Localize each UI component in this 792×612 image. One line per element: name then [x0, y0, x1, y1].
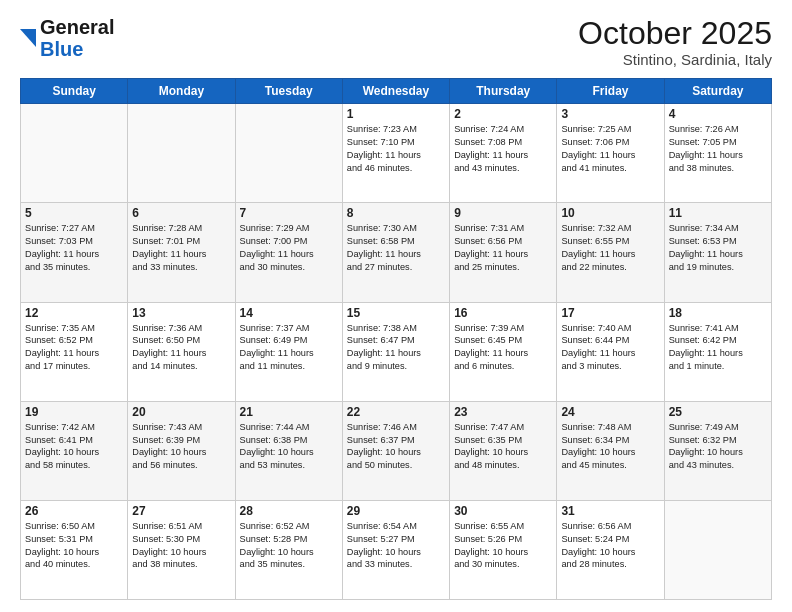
day-number: 7	[240, 206, 338, 220]
calendar-week-3: 12Sunrise: 7:35 AM Sunset: 6:52 PM Dayli…	[21, 302, 772, 401]
day-number: 27	[132, 504, 230, 518]
cell-info: Sunrise: 6:54 AM Sunset: 5:27 PM Dayligh…	[347, 520, 445, 572]
cell-info: Sunrise: 7:43 AM Sunset: 6:39 PM Dayligh…	[132, 421, 230, 473]
calendar-header-row: SundayMondayTuesdayWednesdayThursdayFrid…	[21, 79, 772, 104]
day-number: 18	[669, 306, 767, 320]
cell-info: Sunrise: 7:24 AM Sunset: 7:08 PM Dayligh…	[454, 123, 552, 175]
day-number: 6	[132, 206, 230, 220]
logo-blue-text: Blue	[40, 38, 114, 60]
month-title: October 2025	[578, 16, 772, 51]
cell-info: Sunrise: 7:49 AM Sunset: 6:32 PM Dayligh…	[669, 421, 767, 473]
calendar-header-friday: Friday	[557, 79, 664, 104]
calendar-cell: 9Sunrise: 7:31 AM Sunset: 6:56 PM Daylig…	[450, 203, 557, 302]
cell-info: Sunrise: 7:29 AM Sunset: 7:00 PM Dayligh…	[240, 222, 338, 274]
logo-triangle-icon	[20, 29, 36, 47]
calendar-cell: 25Sunrise: 7:49 AM Sunset: 6:32 PM Dayli…	[664, 401, 771, 500]
calendar-cell: 21Sunrise: 7:44 AM Sunset: 6:38 PM Dayli…	[235, 401, 342, 500]
cell-info: Sunrise: 7:42 AM Sunset: 6:41 PM Dayligh…	[25, 421, 123, 473]
day-number: 2	[454, 107, 552, 121]
calendar-cell: 12Sunrise: 7:35 AM Sunset: 6:52 PM Dayli…	[21, 302, 128, 401]
calendar-cell: 10Sunrise: 7:32 AM Sunset: 6:55 PM Dayli…	[557, 203, 664, 302]
cell-info: Sunrise: 7:38 AM Sunset: 6:47 PM Dayligh…	[347, 322, 445, 374]
calendar-cell	[664, 500, 771, 599]
calendar-cell	[128, 104, 235, 203]
day-number: 24	[561, 405, 659, 419]
day-number: 1	[347, 107, 445, 121]
day-number: 30	[454, 504, 552, 518]
calendar-cell: 28Sunrise: 6:52 AM Sunset: 5:28 PM Dayli…	[235, 500, 342, 599]
day-number: 21	[240, 405, 338, 419]
header: General Blue October 2025 Stintino, Sard…	[20, 16, 772, 68]
day-number: 19	[25, 405, 123, 419]
calendar-cell: 18Sunrise: 7:41 AM Sunset: 6:42 PM Dayli…	[664, 302, 771, 401]
calendar-cell: 7Sunrise: 7:29 AM Sunset: 7:00 PM Daylig…	[235, 203, 342, 302]
calendar-cell: 22Sunrise: 7:46 AM Sunset: 6:37 PM Dayli…	[342, 401, 449, 500]
calendar-cell: 8Sunrise: 7:30 AM Sunset: 6:58 PM Daylig…	[342, 203, 449, 302]
calendar-week-5: 26Sunrise: 6:50 AM Sunset: 5:31 PM Dayli…	[21, 500, 772, 599]
cell-info: Sunrise: 6:52 AM Sunset: 5:28 PM Dayligh…	[240, 520, 338, 572]
location: Stintino, Sardinia, Italy	[578, 51, 772, 68]
cell-info: Sunrise: 7:44 AM Sunset: 6:38 PM Dayligh…	[240, 421, 338, 473]
calendar-cell: 14Sunrise: 7:37 AM Sunset: 6:49 PM Dayli…	[235, 302, 342, 401]
day-number: 11	[669, 206, 767, 220]
calendar-cell: 26Sunrise: 6:50 AM Sunset: 5:31 PM Dayli…	[21, 500, 128, 599]
cell-info: Sunrise: 7:40 AM Sunset: 6:44 PM Dayligh…	[561, 322, 659, 374]
calendar-cell: 13Sunrise: 7:36 AM Sunset: 6:50 PM Dayli…	[128, 302, 235, 401]
calendar-header-tuesday: Tuesday	[235, 79, 342, 104]
logo-general-text: General	[40, 16, 114, 38]
calendar-cell	[21, 104, 128, 203]
cell-info: Sunrise: 7:37 AM Sunset: 6:49 PM Dayligh…	[240, 322, 338, 374]
calendar-cell: 17Sunrise: 7:40 AM Sunset: 6:44 PM Dayli…	[557, 302, 664, 401]
calendar-cell: 5Sunrise: 7:27 AM Sunset: 7:03 PM Daylig…	[21, 203, 128, 302]
calendar-cell: 2Sunrise: 7:24 AM Sunset: 7:08 PM Daylig…	[450, 104, 557, 203]
calendar: SundayMondayTuesdayWednesdayThursdayFrid…	[20, 78, 772, 600]
calendar-cell: 20Sunrise: 7:43 AM Sunset: 6:39 PM Dayli…	[128, 401, 235, 500]
calendar-week-4: 19Sunrise: 7:42 AM Sunset: 6:41 PM Dayli…	[21, 401, 772, 500]
calendar-header-sunday: Sunday	[21, 79, 128, 104]
day-number: 29	[347, 504, 445, 518]
cell-info: Sunrise: 7:28 AM Sunset: 7:01 PM Dayligh…	[132, 222, 230, 274]
calendar-cell: 6Sunrise: 7:28 AM Sunset: 7:01 PM Daylig…	[128, 203, 235, 302]
day-number: 9	[454, 206, 552, 220]
calendar-cell: 11Sunrise: 7:34 AM Sunset: 6:53 PM Dayli…	[664, 203, 771, 302]
day-number: 16	[454, 306, 552, 320]
calendar-cell: 29Sunrise: 6:54 AM Sunset: 5:27 PM Dayli…	[342, 500, 449, 599]
cell-info: Sunrise: 7:48 AM Sunset: 6:34 PM Dayligh…	[561, 421, 659, 473]
calendar-cell: 27Sunrise: 6:51 AM Sunset: 5:30 PM Dayli…	[128, 500, 235, 599]
cell-info: Sunrise: 7:31 AM Sunset: 6:56 PM Dayligh…	[454, 222, 552, 274]
calendar-cell: 16Sunrise: 7:39 AM Sunset: 6:45 PM Dayli…	[450, 302, 557, 401]
calendar-cell: 23Sunrise: 7:47 AM Sunset: 6:35 PM Dayli…	[450, 401, 557, 500]
cell-info: Sunrise: 7:39 AM Sunset: 6:45 PM Dayligh…	[454, 322, 552, 374]
cell-info: Sunrise: 7:30 AM Sunset: 6:58 PM Dayligh…	[347, 222, 445, 274]
day-number: 3	[561, 107, 659, 121]
svg-marker-0	[20, 29, 36, 47]
day-number: 28	[240, 504, 338, 518]
day-number: 31	[561, 504, 659, 518]
calendar-cell: 31Sunrise: 6:56 AM Sunset: 5:24 PM Dayli…	[557, 500, 664, 599]
cell-info: Sunrise: 7:23 AM Sunset: 7:10 PM Dayligh…	[347, 123, 445, 175]
calendar-header-saturday: Saturday	[664, 79, 771, 104]
day-number: 20	[132, 405, 230, 419]
cell-info: Sunrise: 7:36 AM Sunset: 6:50 PM Dayligh…	[132, 322, 230, 374]
day-number: 15	[347, 306, 445, 320]
calendar-body: 1Sunrise: 7:23 AM Sunset: 7:10 PM Daylig…	[21, 104, 772, 600]
day-number: 8	[347, 206, 445, 220]
cell-info: Sunrise: 6:51 AM Sunset: 5:30 PM Dayligh…	[132, 520, 230, 572]
page: General Blue October 2025 Stintino, Sard…	[0, 0, 792, 612]
calendar-cell: 30Sunrise: 6:55 AM Sunset: 5:26 PM Dayli…	[450, 500, 557, 599]
cell-info: Sunrise: 7:25 AM Sunset: 7:06 PM Dayligh…	[561, 123, 659, 175]
day-number: 22	[347, 405, 445, 419]
calendar-week-1: 1Sunrise: 7:23 AM Sunset: 7:10 PM Daylig…	[21, 104, 772, 203]
calendar-header-thursday: Thursday	[450, 79, 557, 104]
cell-info: Sunrise: 6:50 AM Sunset: 5:31 PM Dayligh…	[25, 520, 123, 572]
day-number: 25	[669, 405, 767, 419]
cell-info: Sunrise: 6:56 AM Sunset: 5:24 PM Dayligh…	[561, 520, 659, 572]
day-number: 17	[561, 306, 659, 320]
day-number: 12	[25, 306, 123, 320]
cell-info: Sunrise: 7:41 AM Sunset: 6:42 PM Dayligh…	[669, 322, 767, 374]
cell-info: Sunrise: 7:34 AM Sunset: 6:53 PM Dayligh…	[669, 222, 767, 274]
calendar-header-wednesday: Wednesday	[342, 79, 449, 104]
calendar-header-monday: Monday	[128, 79, 235, 104]
day-number: 5	[25, 206, 123, 220]
calendar-cell: 1Sunrise: 7:23 AM Sunset: 7:10 PM Daylig…	[342, 104, 449, 203]
